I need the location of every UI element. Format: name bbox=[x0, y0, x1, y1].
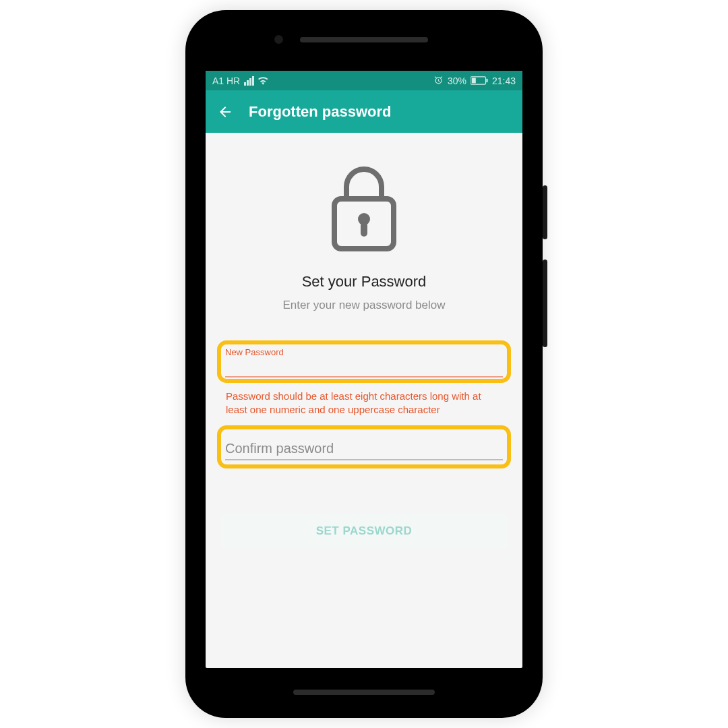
main-content: Set your Password Enter your new passwor… bbox=[206, 133, 522, 548]
heading: Set your Password bbox=[302, 273, 427, 291]
confirm-password-field-highlight bbox=[217, 425, 511, 468]
wifi-icon bbox=[258, 76, 269, 85]
carrier-label: A1 HR bbox=[212, 75, 240, 86]
subheading: Enter your new password below bbox=[283, 299, 446, 312]
alarm-icon bbox=[433, 75, 444, 86]
clock-label: 21:43 bbox=[492, 75, 516, 86]
screen: A1 HR 30% 21:43 bbox=[206, 71, 522, 668]
phone-bezel: A1 HR 30% 21:43 bbox=[193, 18, 535, 710]
battery-icon bbox=[471, 76, 488, 85]
power-button bbox=[543, 185, 547, 239]
battery-pct-label: 30% bbox=[448, 75, 466, 86]
new-password-input[interactable] bbox=[225, 359, 503, 375]
password-error-text: Password should be at least eight charac… bbox=[226, 390, 502, 416]
svg-rect-2 bbox=[486, 79, 487, 82]
bottom-speaker bbox=[293, 690, 435, 695]
signal-icon bbox=[244, 76, 254, 86]
set-password-button[interactable]: SET PASSWORD bbox=[221, 514, 507, 548]
volume-button bbox=[543, 260, 547, 347]
status-bar: A1 HR 30% 21:43 bbox=[206, 71, 522, 90]
app-bar: Forgotten password bbox=[206, 90, 522, 133]
arrow-left-icon bbox=[217, 104, 233, 120]
phone-frame: A1 HR 30% 21:43 bbox=[185, 10, 543, 718]
earpiece bbox=[300, 37, 428, 42]
back-button[interactable] bbox=[216, 103, 234, 121]
lock-icon bbox=[326, 160, 402, 254]
new-password-field-highlight: New Password bbox=[217, 340, 511, 383]
svg-rect-5 bbox=[361, 222, 367, 237]
front-camera bbox=[274, 35, 283, 44]
svg-rect-1 bbox=[472, 78, 476, 84]
page-title: Forgotten password bbox=[249, 103, 391, 121]
new-password-label: New Password bbox=[225, 347, 503, 357]
confirm-password-input[interactable] bbox=[225, 441, 503, 456]
